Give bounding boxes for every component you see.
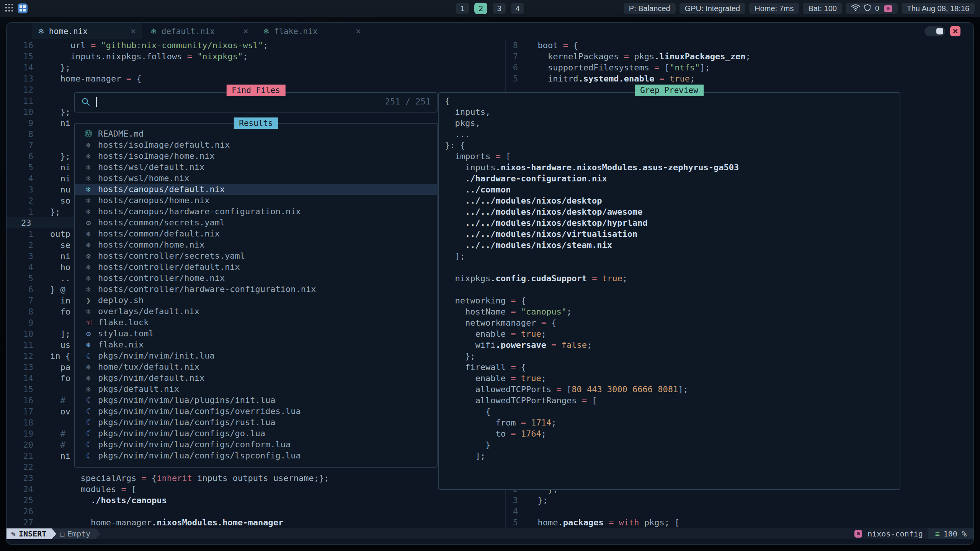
code-line[interactable]: inputs.nixos-hardware.nixosModules.asus-…	[445, 162, 900, 173]
code-line[interactable]: 7 kernelPackages = pkgs.linuxPackages_ze…	[506, 51, 973, 62]
code-line[interactable]	[445, 262, 900, 273]
code-line[interactable]: imports = [	[445, 151, 900, 162]
result-item[interactable]: ❄pkgs/nvim/default.nix	[75, 372, 437, 383]
tab-close-icon[interactable]: ×	[131, 26, 136, 37]
code-line[interactable]: 14 };	[7, 62, 505, 73]
code-line[interactable]: ];	[445, 450, 900, 461]
code-line[interactable]: from = 1714;	[445, 417, 900, 428]
result-item[interactable]: ⚙stylua.toml	[75, 328, 437, 339]
workspace-4[interactable]: 4	[511, 3, 524, 14]
code-line[interactable]: 3 };	[506, 495, 973, 506]
workspace-1[interactable]: 1	[456, 3, 469, 14]
workspace-2[interactable]: 2	[474, 3, 487, 14]
window-close-button[interactable]: ✕	[950, 26, 960, 36]
code-line[interactable]: 16 url = "github:nix-community/nixos-wsl…	[7, 40, 505, 51]
code-line[interactable]: ];	[445, 251, 900, 262]
code-line[interactable]: };	[445, 350, 900, 362]
code-line[interactable]: ../../modules/nixos/virtualisation	[445, 228, 900, 240]
code-line[interactable]: 6 supportedFilesystems = ["ntfs"];	[506, 62, 973, 73]
result-item[interactable]: ❄hosts/isoImage/default.nix	[75, 139, 437, 150]
code-line[interactable]: ./hardware-configuration.nix	[445, 173, 900, 184]
result-item[interactable]: ❄pkgs/default.nix	[75, 383, 437, 395]
result-item[interactable]: ❄hosts/controller/default.nix	[75, 261, 437, 272]
code-line[interactable]: ../../modules/nixos/desktop/hyprland	[445, 217, 900, 228]
code-line[interactable]: nixpkgs.config.cudaSupport = true;	[445, 273, 900, 284]
code-line[interactable]: 23 specialArgs = {inherit inputs outputs…	[7, 473, 505, 484]
code-line[interactable]: 5 initrd.systemd.enable = true;	[506, 73, 973, 84]
result-item[interactable]: ☾pkgs/nvim/nvim/lua/configs/overrides.lu…	[75, 406, 437, 417]
line-number: 4	[7, 173, 33, 184]
code-line[interactable]: allowedTCPPortRanges = [	[445, 395, 900, 406]
powerline-separator2-icon	[96, 528, 100, 539]
toggle-switch[interactable]	[924, 26, 945, 36]
code-line[interactable]: 25 ./hosts/canopus	[7, 495, 505, 506]
tab-close-icon[interactable]: ×	[356, 26, 361, 37]
code-line[interactable]: ../../modules/nixos/desktop/awesome	[445, 206, 900, 217]
code-line[interactable]: ../../modules/nixos/steam.nix	[445, 240, 900, 251]
code-line[interactable]: pkgs,	[445, 117, 900, 129]
code-line[interactable]: 4	[506, 506, 973, 517]
code-line[interactable]: }: {	[445, 140, 900, 151]
code-line[interactable]: {	[445, 95, 900, 106]
tab-default.nix[interactable]: ❄default.nix×	[144, 23, 255, 39]
result-item[interactable]: ❄hosts/common/home.nix	[75, 239, 437, 250]
result-item[interactable]: ❄home/tux/default.nix	[75, 361, 437, 372]
result-item[interactable]: ⓂREADME.md	[75, 128, 437, 139]
code-line[interactable]: 24 modules = [	[7, 484, 505, 495]
result-item[interactable]: ⚙hosts/common/secrets.yaml	[75, 217, 437, 228]
result-item[interactable]: ⚙hosts/controller/secrets.yaml	[75, 250, 437, 261]
workspace-3[interactable]: 3	[493, 3, 506, 14]
shield-icon[interactable]	[864, 4, 871, 13]
camera-icon[interactable]	[884, 5, 892, 12]
result-item[interactable]: ❄hosts/common/default.nix	[75, 228, 437, 239]
tab-home.nix[interactable]: ❄home.nix×	[32, 23, 142, 39]
code-line[interactable]: {	[445, 406, 900, 417]
code-line[interactable]: networking = {	[445, 295, 900, 306]
result-item[interactable]: ☾pkgs/nvim/nvim/lua/configs/lspconfig.lu…	[75, 450, 437, 461]
code-line[interactable]: 15 inputs.nixpkgs.follows = "nixpkgs";	[7, 51, 505, 62]
code-line[interactable]: wifi.powersave = false;	[445, 339, 900, 350]
result-item[interactable]: ☾pkgs/nvim/nvim/lua/configs/rust.lua	[75, 417, 437, 428]
code-line[interactable]: hostName = "canopus";	[445, 306, 900, 317]
result-item[interactable]: ❄hosts/canopus/home.nix	[75, 195, 437, 206]
code-line[interactable]: 8 boot = {	[506, 40, 973, 51]
code-line[interactable]: ../common	[445, 184, 900, 195]
code-line[interactable]: 26	[7, 506, 505, 517]
result-item[interactable]: ☾pkgs/nvim/nvim/lua/configs/conform.lua	[75, 439, 437, 450]
result-item[interactable]: ❄hosts/canopus/hardware-configuration.ni…	[75, 206, 437, 217]
result-item[interactable]: ☾pkgs/nvim/nvim/lua/configs/go.lua	[75, 428, 437, 439]
result-item[interactable]: ☾pkgs/nvim/nvim/lua/plugins/init.lua	[75, 395, 437, 406]
code-line[interactable]: 13 home-manager = {	[7, 73, 505, 84]
code-line[interactable]: to = 1764;	[445, 428, 900, 439]
result-item[interactable]: ❄flake.nix	[75, 339, 437, 350]
code-line[interactable]: 5 home.packages = with pkgs; [	[506, 517, 973, 528]
code-line[interactable]: networkmanager = {	[445, 317, 900, 328]
result-item[interactable]: ❄hosts/controller/home.nix	[75, 272, 437, 284]
tab-close-icon[interactable]: ×	[243, 26, 248, 37]
tab-flake.nix[interactable]: ❄flake.nix×	[257, 23, 367, 39]
result-item[interactable]: ❄hosts/controller/hardware-configuration…	[75, 284, 437, 295]
wifi-icon[interactable]	[851, 4, 860, 13]
result-item[interactable]: ❄hosts/canopus/default.nix	[75, 184, 437, 195]
result-item[interactable]: ❄overlays/default.nix	[75, 306, 437, 317]
code-line[interactable]: firewall = {	[445, 362, 900, 373]
code-line[interactable]: enable = true;	[445, 328, 900, 339]
code-line[interactable]: inputs,	[445, 106, 900, 117]
code-line[interactable]: enable = true;	[445, 373, 900, 384]
toml-icon: ⚙	[83, 329, 94, 338]
find-files-input[interactable]: Find Files 251 / 251	[74, 92, 438, 112]
code-line[interactable]: }	[445, 439, 900, 450]
result-item[interactable]: ❄hosts/wsl/default.nix	[75, 161, 437, 173]
code-line[interactable]	[445, 284, 900, 295]
code-line[interactable]: allowedTCPPorts = [80 443 3000 6666 8081…	[445, 384, 900, 395]
logo-icon[interactable]	[18, 3, 28, 13]
result-item[interactable]: ❯deploy.sh	[75, 295, 437, 306]
code-line[interactable]: ../../modules/nixos/desktop	[445, 195, 900, 206]
launcher-grid-icon[interactable]	[5, 4, 13, 13]
result-item[interactable]: ⚿flake.lock	[75, 317, 437, 328]
result-item[interactable]: ❄hosts/wsl/home.nix	[75, 173, 437, 184]
result-item[interactable]: ☾pkgs/nvim/nvim/init.lua	[75, 350, 437, 361]
code-line[interactable]: ...	[445, 129, 900, 140]
result-item[interactable]: ❄hosts/isoImage/home.nix	[75, 150, 437, 161]
code-line[interactable]: 27 home-manager.nixosModules.home-manage…	[7, 517, 505, 528]
